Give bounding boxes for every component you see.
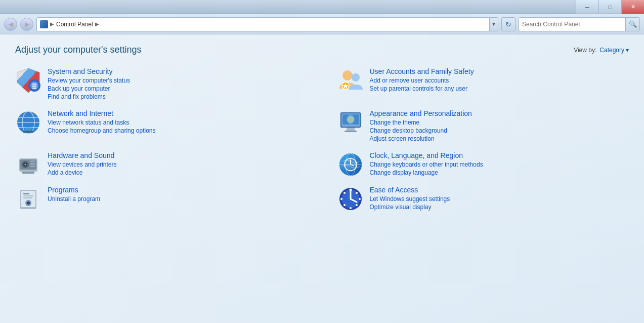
refresh-button[interactable]: ↻ [501,17,516,31]
network-internet-title[interactable]: Network and Internet [48,109,307,117]
hardware-sound-text: Hardware and Sound View devices and prin… [48,151,307,177]
user-accounts-icon [337,67,364,94]
view-by-arrow-icon: ▾ [626,47,629,54]
system-security-title[interactable]: System and Security [48,67,307,75]
svg-rect-31 [30,166,35,167]
appearance-title[interactable]: Appearance and Personalization [370,109,629,117]
ease-access-icon [337,186,364,212]
clock-language-link-0[interactable]: Change keyboards or other input methods [370,161,629,168]
breadcrumb-root-icon [40,20,48,28]
maximize-button[interactable]: □ [598,0,621,14]
minimize-button[interactable]: ─ [576,0,598,14]
programs-icon [15,186,41,212]
system-security-icon [15,67,41,94]
hardware-sound-icon [15,151,41,178]
clock-language-title[interactable]: Clock, Language, and Region [370,151,629,159]
svg-point-28 [25,164,26,166]
breadcrumb-bar: ▶ Control Panel ▶ [36,17,490,31]
system-security-link-0[interactable]: Review your computer's status [48,77,307,84]
view-by-text: Category [599,47,624,54]
svg-rect-16 [25,128,31,131]
forward-button[interactable]: ▶ [20,18,33,31]
category-appearance: Appearance and Personalization Change th… [337,109,629,143]
svg-point-57 [344,192,346,194]
appearance-icon [337,109,364,136]
view-by-control: View by: Category ▾ [574,47,629,54]
svg-point-51 [356,192,358,194]
main-content: Adjust your computer's settings View by:… [0,34,644,323]
hardware-sound-link-0[interactable]: View devices and printers [48,161,307,168]
category-clock-language: Clock, Language, and Region Change keybo… [337,151,629,178]
appearance-link-0[interactable]: Change the theme [370,119,629,126]
system-security-link-1[interactable]: Back up your computer [48,85,307,92]
view-by-label: View by: [574,47,596,54]
ease-access-link-0[interactable]: Let Windows suggest settings [370,195,629,203]
hardware-sound-title[interactable]: Hardware and Sound [48,151,307,159]
programs-link-0[interactable]: Uninstall a program [48,195,307,203]
page-title: Adjust your computer's settings [15,45,142,55]
title-bar: ─ □ ✕ [0,0,644,14]
breadcrumb-end-arrow: ▶ [95,21,99,27]
address-bar: ◀ ▶ ▶ Control Panel ▶ ▼ ↻ 🔍 [0,14,644,34]
page-header: Adjust your computer's settings View by:… [15,45,629,55]
svg-rect-17 [23,131,33,133]
svg-rect-22 [345,131,357,132]
category-network-internet: Network and Internet View network status… [15,109,307,143]
svg-point-55 [344,204,346,206]
svg-rect-30 [30,163,35,165]
svg-point-56 [340,198,342,200]
user-accounts-link-0[interactable]: Add or remove user accounts [370,77,629,84]
clock-language-icon [337,151,364,178]
network-internet-text: Network and Internet View network status… [48,109,307,135]
breadcrumb-dropdown-button[interactable]: ▼ [489,17,498,31]
svg-point-44 [27,201,30,205]
svg-point-53 [356,204,358,206]
svg-rect-45 [23,193,29,194]
system-security-link-2[interactable]: Find and fix problems [48,93,307,100]
svg-point-50 [349,189,352,191]
programs-title[interactable]: Programs [48,186,307,194]
category-user-accounts: User Accounts and Family Safety Add or r… [337,67,629,101]
appearance-link-1[interactable]: Change desktop background [370,127,629,134]
network-internet-link-0[interactable]: View network status and tasks [48,119,307,126]
ease-access-text: Ease of Access Let Windows suggest setti… [370,186,629,212]
svg-point-8 [352,73,360,82]
view-by-value[interactable]: Category ▾ [599,47,629,54]
category-ease-access: Ease of Access Let Windows suggest setti… [337,186,629,212]
svg-rect-46 [23,195,33,196]
svg-rect-29 [30,160,35,162]
ease-access-link-1[interactable]: Optimize visual display [370,204,629,211]
hardware-sound-link-1[interactable]: Add a device [48,169,307,176]
svg-rect-32 [22,172,34,174]
close-button[interactable]: ✕ [621,0,644,14]
categories-grid: System and Security Review your computer… [15,67,629,212]
search-input[interactable] [519,21,625,28]
appearance-text: Appearance and Personalization Change th… [370,109,629,143]
back-button[interactable]: ◀ [4,18,17,31]
svg-point-52 [359,198,361,200]
svg-rect-4 [32,84,36,85]
user-accounts-link-1[interactable]: Set up parental controls for any user [370,85,629,92]
svg-point-7 [342,70,353,80]
svg-point-54 [350,207,352,209]
ease-access-title[interactable]: Ease of Access [370,186,629,194]
network-internet-link-1[interactable]: Choose homegroup and sharing options [48,127,307,134]
clock-language-text: Clock, Language, and Region Change keybo… [370,151,629,177]
svg-rect-21 [347,128,355,131]
breadcrumb-separator: ▶ [50,21,54,27]
system-security-text: System and Security Review your computer… [48,67,307,101]
user-accounts-title[interactable]: User Accounts and Family Safety [370,67,629,75]
appearance-link-2[interactable]: Adjust screen resolution [370,135,629,142]
category-hardware-sound: Hardware and Sound View devices and prin… [15,151,307,178]
network-internet-icon [15,109,41,136]
user-accounts-text: User Accounts and Family Safety Add or r… [370,67,629,93]
svg-rect-5 [32,86,36,87]
window-controls: ─ □ ✕ [576,0,644,14]
category-programs: Programs Uninstall a program [15,186,307,212]
programs-text: Programs Uninstall a program [48,186,307,204]
clock-language-link-1[interactable]: Change display language [370,169,629,176]
category-system-security: System and Security Review your computer… [15,67,307,101]
breadcrumb-current[interactable]: Control Panel [56,21,93,28]
search-button[interactable]: 🔍 [625,18,639,31]
svg-rect-47 [23,197,32,198]
